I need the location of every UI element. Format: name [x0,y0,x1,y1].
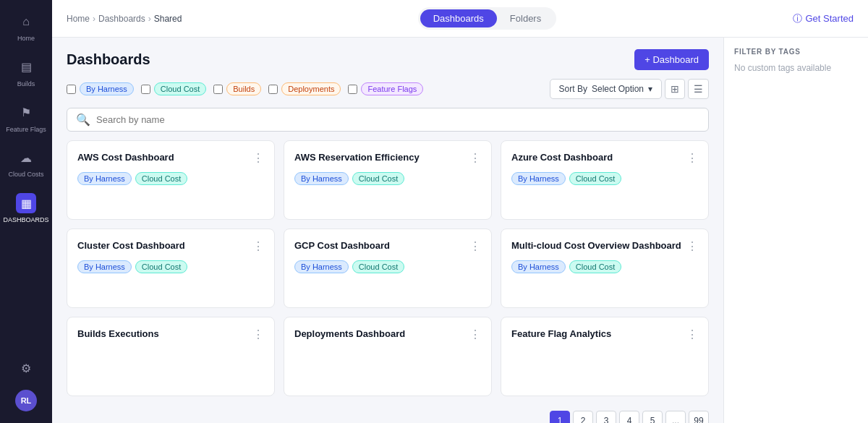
no-tags-message: No custom tags available [734,63,858,73]
dashboard-card[interactable]: Azure Cost Dashboard ⋮ By Harness Cloud … [501,140,709,220]
search-input[interactable] [96,114,699,125]
card-tags: By Harness Cloud Cost [294,172,481,185]
page-ellipsis[interactable]: ... [665,411,686,423]
page-button-3[interactable]: 3 [596,411,616,423]
breadcrumb-home[interactable]: Home [67,14,90,24]
page-button-last[interactable]: 99 [689,411,709,423]
get-started-label: Get Started [806,13,854,24]
tag-cloud-cost: Cloud Cost [135,172,187,185]
sidebar-item-label: DASHBOARDS [4,216,49,224]
card-title: AWS Cost Dashboard [77,151,174,164]
page-button-5[interactable]: 5 [642,411,663,423]
sidebar-item-feature-flags[interactable]: ⚑ Feature Flags [3,97,49,140]
filter-label-deployments[interactable]: Deployments [281,82,341,95]
card-header: Cluster Cost Dashboard ⋮ [77,239,264,253]
tag-cloud-cost: Cloud Cost [135,260,187,273]
sidebar-item-home[interactable]: ⌂ Home [3,6,49,48]
filter-checkbox-deployments[interactable] [268,85,278,94]
dashboards-icon: ▦ [16,193,36,213]
card-header: Builds Executions ⋮ [77,328,264,341]
card-menu-icon[interactable]: ⋮ [686,328,698,341]
get-started-link[interactable]: ⓘ Get Started [793,12,854,25]
filter-checkbox-builds[interactable] [213,85,223,94]
tab-group: Dashboards Folders [418,7,556,30]
filter-label-by-harness[interactable]: By Harness [80,82,134,95]
user-avatar-container[interactable]: RL [3,384,49,417]
sort-label: Sort By [559,84,587,94]
breadcrumb-dashboards[interactable]: Dashboards [98,14,145,24]
dashboard-card[interactable]: GCP Cost Dashboard ⋮ By Harness Cloud Co… [284,228,492,308]
sidebar: ⌂ Home ▤ Builds ⚑ Feature Flags ☁ Cloud … [0,0,52,423]
avatar: RL [15,390,37,411]
tag-cloud-cost: Cloud Cost [352,172,404,185]
tab-folders[interactable]: Folders [497,9,554,27]
tab-dashboards[interactable]: Dashboards [420,9,497,27]
sidebar-item-builds[interactable]: ▤ Builds [3,51,49,94]
tag-cloud-cost: Cloud Cost [352,260,404,273]
card-menu-icon[interactable]: ⋮ [252,328,264,341]
card-menu-icon[interactable]: ⋮ [469,239,481,253]
dashboard-card[interactable]: Cluster Cost Dashboard ⋮ By Harness Clou… [67,228,275,308]
card-menu-icon[interactable]: ⋮ [252,239,264,253]
card-menu-icon[interactable]: ⋮ [686,151,698,165]
top-nav: Home › Dashboards › Shared Dashboards Fo… [52,0,868,38]
card-header: Feature Flag Analytics ⋮ [511,328,698,341]
page-button-1[interactable]: 1 [550,411,570,423]
sidebar-item-dashboards[interactable]: ▦ DASHBOARDS [3,187,49,230]
sort-by-select[interactable]: Sort By Select Option ▾ [550,79,662,99]
card-title: Multi-cloud Cost Overview Dashboard [511,239,681,252]
card-tags: By Harness Cloud Cost [511,260,698,273]
card-menu-icon[interactable]: ⋮ [469,328,481,341]
card-title: AWS Reservation Efficiency [294,151,420,164]
add-dashboard-button[interactable]: + Dashboard [634,49,709,70]
page-title: Dashboards [67,51,150,68]
dashboard-card[interactable]: AWS Cost Dashboard ⋮ By Harness Cloud Co… [67,140,275,220]
help-icon: ⓘ [793,12,802,25]
filter-label-feature-flags[interactable]: Feature Flags [361,82,423,95]
sidebar-item-label: Builds [17,80,35,88]
filter-row: By Harness Cloud Cost Builds Deployments… [67,79,709,99]
cloud-icon: ☁ [16,148,36,168]
card-menu-icon[interactable]: ⋮ [686,239,698,253]
tag-by-harness: By Harness [77,260,132,273]
tag-by-harness: By Harness [511,260,566,273]
filter-label-cloud-cost[interactable]: Cloud Cost [154,82,206,95]
dashboard-card[interactable]: Deployments Dashboard ⋮ [284,317,492,396]
sidebar-item-cloud-costs[interactable]: ☁ Cloud Costs [3,142,49,184]
page-button-2[interactable]: 2 [573,411,593,423]
search-bar: 🔍 [67,108,709,132]
filter-chip-builds: Builds [213,82,261,95]
card-header: GCP Cost Dashboard ⋮ [294,239,481,253]
content-area: Dashboards + Dashboard By Harness Cloud … [52,38,868,423]
filter-label-builds[interactable]: Builds [226,82,261,95]
page-button-4[interactable]: 4 [619,411,639,423]
sidebar-item-settings[interactable]: ⚙ [3,352,49,384]
dashboard-card[interactable]: Builds Executions ⋮ [67,317,275,396]
list-view-button[interactable]: ☰ [688,79,709,99]
tag-by-harness: By Harness [77,172,132,185]
dashboard-card[interactable]: Multi-cloud Cost Overview Dashboard ⋮ By… [501,228,709,308]
card-title: Cluster Cost Dashboard [77,239,185,252]
card-menu-icon[interactable]: ⋮ [469,151,481,165]
filter-chip-deployments: Deployments [268,82,341,95]
grid-view-button[interactable]: ⊞ [665,79,685,99]
filter-checkbox-cloud-cost[interactable] [141,85,150,94]
filter-checkbox-by-harness[interactable] [67,85,76,94]
tag-by-harness: By Harness [511,172,566,185]
view-icons: ⊞ ☰ [665,79,709,99]
dashboard-card[interactable]: Feature Flag Analytics ⋮ [501,317,709,396]
builds-icon: ▤ [16,57,36,77]
sidebar-item-label: Cloud Costs [8,171,43,179]
chevron-down-icon: ▾ [648,84,652,94]
sort-placeholder: Select Option [592,84,644,94]
filter-by-tags-title: FILTER BY TAGS [734,48,858,56]
card-tags: By Harness Cloud Cost [511,172,698,185]
filter-checkbox-feature-flags[interactable] [348,85,357,94]
sort-select-group: Sort By Select Option ▾ ⊞ ☰ [550,79,709,99]
right-panel: FILTER BY TAGS No custom tags available [723,38,868,423]
dashboard-card[interactable]: AWS Reservation Efficiency ⋮ By Harness … [284,140,492,220]
card-header: AWS Cost Dashboard ⋮ [77,151,264,165]
card-tags: By Harness Cloud Cost [77,172,264,185]
card-title: Deployments Dashboard [294,328,405,341]
card-menu-icon[interactable]: ⋮ [252,151,264,165]
